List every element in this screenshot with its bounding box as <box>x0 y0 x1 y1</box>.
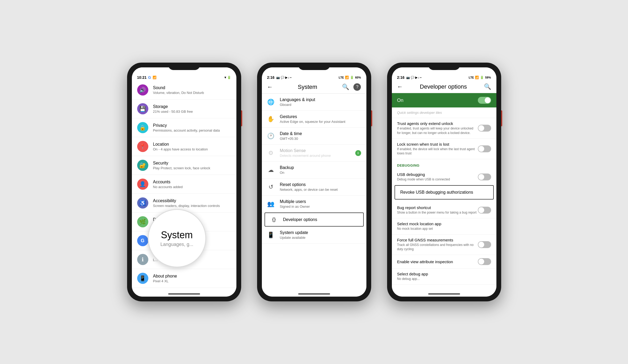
motion-info-badge[interactable]: i <box>355 150 361 156</box>
system-item-users[interactable]: 👥 Multiple users Signed in as Owner <box>262 196 366 213</box>
developer-options-icon: {} <box>270 217 278 222</box>
circle-zoom-title: System <box>161 229 193 241</box>
bug-report-subtitle: Show a button in the power menu for taki… <box>397 210 478 215</box>
debug-app-title: Select debug app <box>397 272 491 276</box>
dev-item-usb-debugging[interactable]: USB debugging Debug mode when USB is con… <box>392 169 496 185</box>
backup-icon: ☁ <box>267 167 275 174</box>
settings-item-sound[interactable]: 🔊 Sound Volume, vibration, Do Not Distur… <box>132 81 236 99</box>
dev-item-trust-agents[interactable]: Trust agents only extend unlock If enabl… <box>392 118 496 139</box>
revoke-usb-button[interactable]: Revoke USB debugging authorizations <box>395 185 494 200</box>
about-title: About phone <box>153 274 231 279</box>
dev-item-view-inspection[interactable]: Enable view attribute inspection <box>392 255 496 268</box>
lock-screen-title: Lock screen when trust is lost <box>397 142 478 146</box>
phone2-top-icons: 🔍 ? <box>342 83 361 91</box>
lock-screen-text: Lock screen when trust is lost If enable… <box>397 142 478 156</box>
phone2-status-icons: 📷 💬 ▶ ♪ • <box>276 76 292 79</box>
gestures-subtitle: Active Edge on, squeeze for your Assista… <box>280 120 361 124</box>
date-icon: 🕐 <box>267 133 275 140</box>
phone2-battery: 60% <box>355 76 361 79</box>
settings-item-storage[interactable]: 💾 Storage 21% used - 50.83 GB free <box>132 99 236 118</box>
settings-item-about[interactable]: 📱 About phone Pixel 4 XL <box>132 269 236 288</box>
privacy-icon: 🔒 <box>137 122 148 133</box>
about-text: About phone Pixel 4 XL <box>153 274 231 283</box>
phone2-time: 2:16 <box>267 75 275 80</box>
bug-report-toggle[interactable] <box>478 207 491 214</box>
developer-options-text: Developer options <box>283 217 358 222</box>
reset-subtitle: Network, apps, or device can be reset <box>280 188 361 192</box>
phone2-search-button[interactable]: 🔍 <box>342 84 349 90</box>
motion-subtitle: Detects movement around phone <box>280 154 350 158</box>
location-title: Location <box>153 142 231 147</box>
dev-item-gnss[interactable]: Force full GNSS measurements Track all G… <box>392 235 496 255</box>
system-item-backup[interactable]: ☁ Backup On <box>262 162 366 179</box>
dev-item-lock-screen[interactable]: Lock screen when trust is lost If enable… <box>392 139 496 159</box>
accounts-icon: 👤 <box>137 179 148 190</box>
phone-3: 2:16 📷 💬 ▶ ♪ • LTE 📶 🔋 59% ← Developer o… <box>387 63 501 301</box>
phone2-help-button[interactable]: ? <box>353 83 361 91</box>
revoke-usb-container: Revoke USB debugging authorizations <box>395 185 494 200</box>
settings-item-location[interactable]: 📍 Location On - 4 apps have access to lo… <box>132 137 236 156</box>
settings-item-privacy[interactable]: 🔒 Privacy Permissions, account activity,… <box>132 118 236 137</box>
dev-item-mock-location[interactable]: Select mock location app No mock locatio… <box>392 218 496 235</box>
phone3-search-button[interactable]: 🔍 <box>484 83 491 90</box>
usb-debugging-subtitle: Debug mode when USB is connected <box>397 177 478 182</box>
system-item-gestures[interactable]: ✋ Gestures Active Edge on, squeeze for y… <box>262 111 366 128</box>
storage-subtitle: 21% used - 50.83 GB free <box>153 110 231 114</box>
phone1-time: 10:21 <box>137 75 147 80</box>
accounts-text: Accounts No accounts added <box>153 180 231 189</box>
phone3-battery: 59% <box>485 76 491 79</box>
accessibility-title: Accessibility <box>153 198 231 203</box>
developer-options-title: Developer options <box>283 217 358 222</box>
mock-location-title: Select mock location app <box>397 222 491 226</box>
trust-agents-toggle[interactable] <box>478 125 491 132</box>
gestures-title: Gestures <box>280 114 361 119</box>
phone2-screen-content: 🌐 Languages & input Gboard ✋ Gestures Ac… <box>262 94 366 291</box>
settings-item-accounts[interactable]: 👤 Accounts No accounts added <box>132 175 236 194</box>
phone3-back-button[interactable]: ← <box>397 83 403 90</box>
digital-wellbeing-icon: 🌿 <box>137 216 148 227</box>
sound-title: Sound <box>153 85 231 90</box>
dev-on-toggle[interactable] <box>478 97 491 104</box>
view-inspection-toggle[interactable] <box>478 258 491 265</box>
phone-1: 10:21 G 📶 ▾ 🔋 🔊 Sound <box>127 63 241 301</box>
languages-icon: 🌐 <box>267 99 275 106</box>
languages-text: Languages & input Gboard <box>280 97 361 107</box>
system-item-reset[interactable]: ↺ Reset options Network, apps, or device… <box>262 179 366 196</box>
system-item-update[interactable]: 📱 System update Update available <box>262 227 366 244</box>
gnss-subtitle: Track all GNSS constellations and freque… <box>397 243 478 252</box>
usb-debugging-toggle[interactable] <box>478 174 491 180</box>
debug-app-subtitle: No debug app... <box>397 277 491 281</box>
dev-item-bug-report[interactable]: Bug report shortcut Show a button in the… <box>392 202 496 218</box>
debug-app-text: Select debug app No debug app... <box>397 272 491 281</box>
dev-item-quick-settings[interactable]: Quick settings developer tiles <box>392 107 496 118</box>
dev-item-debug-app[interactable]: Select debug app No debug app... <box>392 268 496 285</box>
sound-text: Sound Volume, vibration, Do Not Disturb <box>153 85 231 95</box>
gnss-text: Force full GNSS measurements Track all G… <box>397 238 478 252</box>
developer-options-item[interactable]: {} Developer options <box>265 213 364 227</box>
settings-item-security[interactable]: 🔐 Security Play Protect, screen lock, fa… <box>132 156 236 175</box>
quick-settings-text: Quick settings developer tiles <box>397 111 491 115</box>
lock-screen-toggle[interactable] <box>478 145 491 152</box>
phone3-top-bar: ← Developer options 🔍 <box>392 81 496 93</box>
system-item-languages[interactable]: 🌐 Languages & input Gboard <box>262 94 366 111</box>
gnss-toggle[interactable] <box>478 241 491 248</box>
phone2-back-button[interactable]: ← <box>267 84 273 90</box>
phone1-home-bar <box>168 293 200 294</box>
backup-subtitle: On <box>280 171 361 175</box>
bug-report-text: Bug report shortcut Show a button in the… <box>397 205 478 215</box>
phone1-battery: 🔋 <box>227 76 231 79</box>
update-subtitle: Update available <box>280 236 361 240</box>
phone2-top-bar: ← System 🔍 ? <box>262 81 366 94</box>
settings-item-tips[interactable]: ? Tips & support Help articles, phone & … <box>132 288 236 291</box>
gestures-text: Gestures Active Edge on, squeeze for you… <box>280 114 361 124</box>
developer-options-row[interactable]: {} Developer options <box>265 213 363 226</box>
date-subtitle: GMT+05:30 <box>280 137 361 141</box>
phone3-notch <box>428 63 460 70</box>
phone2-notch <box>298 63 330 70</box>
quick-settings-partial: Quick settings developer tiles <box>397 111 491 115</box>
system-item-date[interactable]: 🕐 Date & time GMT+05:30 <box>262 128 366 145</box>
privacy-title: Privacy <box>153 123 231 128</box>
phone3-status-icons: 📷 💬 ▶ ♪ • <box>406 76 422 79</box>
lock-screen-subtitle: If enabled, the device will lock when th… <box>397 147 478 156</box>
reset-icon: ↺ <box>267 184 275 190</box>
